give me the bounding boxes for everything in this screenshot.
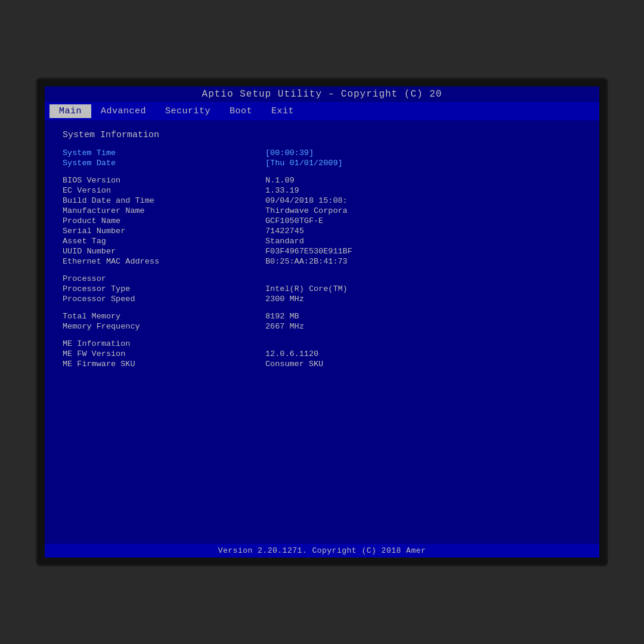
value-manufacturer: Thirdwave Corpora: [265, 206, 348, 215]
value-bios-version: N.1.09: [265, 176, 295, 185]
row-ec-version: EC Version 1.33.19: [63, 186, 581, 195]
row-processor-type: Processor Type Intel(R) Core(TM): [63, 284, 581, 293]
value-system-date: [Thu 01/01/2009]: [265, 159, 343, 168]
menu-bar: Main Advanced Security Boot Exit: [45, 102, 599, 120]
label-build-date: Build Date and Time: [63, 196, 265, 205]
value-me-fw-version: 12.0.6.1120: [265, 349, 318, 358]
row-processor-section: Processor: [63, 274, 581, 283]
menu-item-exit[interactable]: Exit: [262, 104, 304, 118]
row-me-firmware-sku: ME Firmware SKU Consumer SKU: [63, 360, 581, 369]
content-area: System Information System Time [00:00:39…: [45, 120, 599, 558]
label-processor-type: Processor Type: [63, 284, 265, 293]
row-system-time: System Time [00:00:39]: [63, 148, 581, 157]
row-build-date: Build Date and Time 09/04/2018 15:08:: [63, 196, 581, 205]
menu-item-security[interactable]: Security: [156, 104, 220, 118]
value-ethernet-mac: B0:25:AA:2B:41:73: [265, 257, 348, 266]
row-me-section: ME Information: [63, 339, 581, 348]
label-uuid: UUID Number: [63, 247, 265, 256]
value-ec-version: 1.33.19: [265, 186, 299, 195]
value-total-memory: 8192 MB: [265, 312, 299, 321]
value-memory-frequency: 2667 MHz: [265, 322, 304, 331]
row-asset-tag: Asset Tag Standard: [63, 237, 581, 246]
spacer-3: [63, 305, 581, 312]
row-memory-frequency: Memory Frequency 2667 MHz: [63, 322, 581, 331]
label-me-section: ME Information: [63, 339, 265, 348]
row-bios-version: BIOS Version N.1.09: [63, 176, 581, 185]
label-ethernet-mac: Ethernet MAC Address: [63, 257, 265, 266]
label-processor-speed: Processor Speed: [63, 295, 265, 304]
screen-bezel: Aptio Setup Utility – Copyright (C) 20 M…: [36, 78, 608, 566]
row-uuid: UUID Number F03F4967E530E911BF: [63, 247, 581, 256]
section-title-system-info: System Information: [63, 130, 581, 140]
label-total-memory: Total Memory: [63, 312, 265, 321]
label-serial-number: Serial Number: [63, 227, 265, 236]
label-me-firmware-sku: ME Firmware SKU: [63, 360, 265, 369]
value-asset-tag: Standard: [265, 237, 304, 246]
row-manufacturer: Manufacturer Name Thirdwave Corpora: [63, 206, 581, 215]
label-me-fw-version: ME FW Version: [63, 349, 265, 358]
spacer-4: [63, 332, 581, 339]
title-text: Aptio Setup Utility – Copyright (C) 20: [202, 89, 442, 100]
row-total-memory: Total Memory 8192 MB: [63, 312, 581, 321]
status-bar: Version 2.20.1271. Copyright (C) 2018 Am…: [45, 544, 599, 558]
screen-inner: Aptio Setup Utility – Copyright (C) 20 M…: [45, 86, 599, 558]
menu-item-main[interactable]: Main: [49, 104, 91, 118]
value-serial-number: 71422745: [265, 227, 304, 236]
label-memory-frequency: Memory Frequency: [63, 322, 265, 331]
row-serial-number: Serial Number 71422745: [63, 227, 581, 236]
row-system-date: System Date [Thu 01/01/2009]: [63, 159, 581, 168]
label-product-name: Product Name: [63, 216, 265, 225]
row-processor-speed: Processor Speed 2300 MHz: [63, 295, 581, 304]
label-processor-section: Processor: [63, 274, 265, 283]
row-ethernet-mac: Ethernet MAC Address B0:25:AA:2B:41:73: [63, 257, 581, 266]
label-system-time: System Time: [63, 148, 265, 157]
label-ec-version: EC Version: [63, 186, 265, 195]
title-bar: Aptio Setup Utility – Copyright (C) 20: [45, 86, 599, 102]
spacer-2: [63, 267, 581, 274]
label-bios-version: BIOS Version: [63, 176, 265, 185]
label-asset-tag: Asset Tag: [63, 237, 265, 246]
value-me-firmware-sku: Consumer SKU: [265, 360, 323, 369]
row-me-fw-version: ME FW Version 12.0.6.1120: [63, 349, 581, 358]
value-processor-speed: 2300 MHz: [265, 295, 304, 304]
value-uuid: F03F4967E530E911BF: [265, 247, 352, 256]
laptop-frame: Aptio Setup Utility – Copyright (C) 20 M…: [0, 0, 644, 644]
screen: Aptio Setup Utility – Copyright (C) 20 M…: [45, 86, 599, 558]
value-product-name: GCF1050TGF-E: [265, 216, 323, 225]
value-processor-type: Intel(R) Core(TM): [265, 284, 348, 293]
spacer-1: [63, 169, 581, 176]
value-system-time: [00:00:39]: [265, 148, 314, 157]
menu-item-advanced[interactable]: Advanced: [91, 104, 156, 118]
label-manufacturer: Manufacturer Name: [63, 206, 265, 215]
menu-item-boot[interactable]: Boot: [220, 104, 262, 118]
value-build-date: 09/04/2018 15:08:: [265, 196, 348, 205]
row-product-name: Product Name GCF1050TGF-E: [63, 216, 581, 225]
status-text: Version 2.20.1271. Copyright (C) 2018 Am…: [218, 546, 426, 555]
label-system-date: System Date: [63, 159, 265, 168]
